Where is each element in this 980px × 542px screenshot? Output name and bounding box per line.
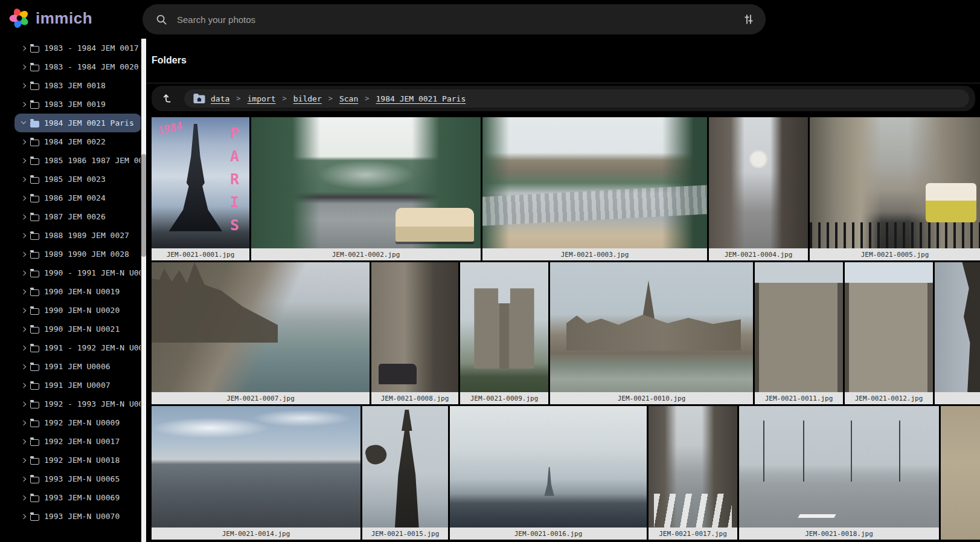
photo-row: 1984 PARIS JEM-0021-0001.jpg JEM-0021-00… [152, 117, 980, 260]
photo-thumbnail[interactable]: 1984 PARIS [152, 117, 249, 248]
sidebar-item[interactable]: 1986 JEM 0024 [14, 189, 113, 207]
app-title: immich [36, 9, 92, 28]
sidebar-item[interactable]: 1990 JEM-N U0019 [14, 282, 127, 301]
search-filter-icon[interactable] [743, 13, 755, 25]
photo-thumbnail[interactable] [460, 262, 548, 392]
chevron-right-icon [21, 158, 26, 163]
photo-thumbnail[interactable] [941, 406, 980, 540]
photo-thumbnail[interactable] [649, 406, 737, 527]
photo-caption [935, 392, 980, 404]
photo-card[interactable]: JEM-0021-0018.jpg [739, 406, 939, 540]
photo-thumbnail[interactable] [152, 406, 360, 527]
sidebar-item[interactable]: 1984 JEM 0022 [14, 132, 113, 151]
sidebar-item[interactable]: 1985 1986 1987 JEM 00 [14, 151, 141, 170]
photo-card[interactable] [941, 406, 980, 540]
sidebar-item[interactable]: 1989 1990 JEM 0028 [14, 245, 136, 263]
folder-icon [30, 421, 39, 427]
search-input[interactable] [177, 15, 743, 25]
photo-thumbnail[interactable] [482, 117, 707, 248]
photo-thumbnail[interactable] [739, 406, 939, 527]
go-up-button[interactable] [158, 88, 179, 109]
photo-card[interactable]: JEM-0021-0012.jpg [845, 262, 933, 404]
sidebar-item[interactable]: 1987 JEM 0026 [14, 207, 113, 226]
photo-card[interactable] [935, 262, 980, 404]
sidebar-item-label: 1986 JEM 0024 [44, 193, 106, 202]
breadcrumb-link-import[interactable]: import [248, 94, 276, 103]
sidebar-scrollbar-thumb[interactable] [141, 154, 146, 257]
photo-card[interactable]: JEM-0021-0014.jpg [152, 406, 360, 540]
sidebar-item[interactable]: 1983 - 1984 JEM 0020 [14, 57, 141, 76]
sidebar-scrollbar[interactable] [141, 39, 146, 542]
photo-thumbnail[interactable] [450, 406, 647, 527]
chevron-right-icon [21, 233, 26, 237]
photo-card[interactable]: JEM-0021-0007.jpg [152, 262, 370, 404]
photo-thumbnail[interactable] [550, 262, 753, 392]
sidebar-item-selected[interactable]: 1984 JEM 0021 Paris [14, 114, 141, 132]
photo-card[interactable]: 1984 PARIS JEM-0021-0001.jpg [152, 117, 249, 260]
photo-card[interactable]: JEM-0021-0008.jpg [371, 262, 458, 404]
photo-thumbnail[interactable] [755, 262, 843, 392]
breadcrumb-separator: > [236, 94, 240, 103]
sidebar-item[interactable]: 1983 JEM 0019 [14, 95, 113, 114]
sidebar-item[interactable]: 1991 JEM U0007 [14, 376, 118, 395]
sidebar-item-label: 1992 JEM-N U0009 [44, 418, 120, 427]
sidebar-item[interactable]: 1991 - 1992 JEM-N U00 [14, 338, 141, 357]
sidebar-item[interactable]: 1991 JEM U0006 [14, 357, 118, 376]
immich-logo[interactable]: immich [8, 7, 92, 29]
breadcrumb-link-bilder[interactable]: bilder [293, 94, 322, 103]
folder-tree-sidebar: 1983 - 1984 JEM 0017 1983 - 1984 JEM 002… [0, 39, 141, 542]
sidebar-item[interactable]: 1992 JEM-N U0018 [14, 451, 127, 469]
photo-card[interactable]: JEM-0021-0011.jpg [755, 262, 843, 404]
photo-thumbnail[interactable] [152, 262, 370, 392]
sidebar-item[interactable]: 1985 JEM 0023 [14, 170, 113, 189]
sidebar-item[interactable]: 1983 JEM 0018 [14, 76, 113, 95]
photo-card[interactable]: JEM-0021-0004.jpg [709, 117, 808, 260]
folder-icon [30, 364, 39, 371]
sidebar-item[interactable]: 1990 JEM-N U0020 [14, 301, 127, 320]
chevron-right-icon [21, 102, 26, 106]
photo-thumbnail[interactable] [845, 262, 933, 392]
photo-caption: JEM-0021-0011.jpg [755, 392, 843, 404]
sidebar-item[interactable]: 1993 JEM-N U0069 [14, 488, 127, 507]
photo-thumbnail[interactable] [371, 262, 458, 392]
photo-card[interactable]: JEM-0021-0010.jpg [550, 262, 753, 404]
sidebar-item[interactable]: 1988 1989 JEM 0027 [14, 226, 136, 245]
breadcrumb-separator: > [328, 94, 333, 103]
photo-caption: JEM-0021-0008.jpg [371, 392, 458, 404]
chevron-right-icon [21, 139, 26, 144]
photo-card[interactable]: JEM-0021-0005.jpg [810, 117, 980, 260]
sidebar-item[interactable]: 1990 - 1991 JEM-N U00 [14, 263, 141, 282]
breadcrumb-link-data[interactable]: data [211, 94, 229, 103]
photo-card[interactable]: JEM-0021-0009.jpg [460, 262, 548, 404]
photo-thumbnail[interactable] [709, 117, 808, 248]
sidebar-item[interactable]: 1992 JEM-N U0009 [14, 413, 127, 432]
sidebar-item[interactable]: 1983 - 1984 JEM 0017 [14, 39, 141, 57]
sidebar-item[interactable]: 1990 JEM-N U0021 [14, 320, 127, 338]
breadcrumb-link-current[interactable]: 1984 JEM 0021 Paris [376, 94, 466, 103]
sidebar-item[interactable]: 1992 JEM-N U0017 [14, 432, 127, 451]
photo-card[interactable]: JEM-0021-0017.jpg [649, 406, 737, 540]
photo-card[interactable]: JEM-0021-0015.jpg [362, 406, 448, 540]
chevron-right-icon [21, 476, 26, 481]
photo-overlay-year: 1984 [156, 120, 183, 137]
chevron-right-icon [21, 420, 26, 425]
photo-thumbnail[interactable] [810, 117, 980, 248]
photo-thumbnail[interactable] [251, 117, 481, 248]
photo-thumbnail[interactable] [362, 406, 448, 527]
chevron-right-icon [21, 64, 26, 69]
photo-card[interactable]: JEM-0021-0002.jpg [251, 117, 481, 260]
photo-overlay-word: PARIS [226, 124, 243, 239]
folder-icon [30, 383, 39, 390]
breadcrumb-link-scan[interactable]: Scan [339, 94, 358, 103]
sidebar-item[interactable]: 1993 JEM-N U0070 [14, 507, 127, 526]
sidebar-item[interactable]: 1992 - 1993 JEM-N U00 [14, 395, 141, 413]
sidebar-item[interactable]: 1993 JEM-N U0065 [14, 469, 127, 488]
photo-card[interactable]: JEM-0021-0016.jpg [450, 406, 647, 540]
search-bar[interactable] [143, 4, 766, 34]
chevron-right-icon [21, 326, 26, 331]
photo-thumbnail[interactable] [935, 262, 980, 392]
sidebar-item-label: 1983 - 1984 JEM 0020 [44, 62, 139, 71]
chevron-right-icon [21, 495, 26, 500]
photo-card[interactable]: JEM-0021-0003.jpg [482, 117, 707, 260]
breadcrumb-pill: data > import > bilder > Scan > 1984 JEM… [184, 89, 969, 108]
